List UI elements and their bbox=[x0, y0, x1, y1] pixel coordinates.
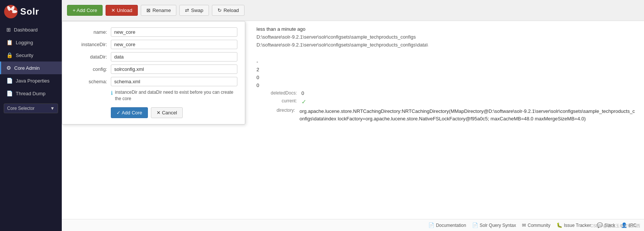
add-core-panel: name: instanceDir: dataDir: config: sche… bbox=[62, 21, 245, 124]
core-selector-area: Core Selector ▼ bbox=[0, 100, 62, 117]
form-row-schema: schema: bbox=[70, 77, 237, 86]
config-input[interactable] bbox=[111, 64, 237, 74]
csdn-watermark: CSDN @贾宝玉拳打锁关西 bbox=[590, 223, 640, 229]
thread-dump-icon: 📄 bbox=[6, 90, 13, 96]
issue-tracker-icon: 🐛 bbox=[556, 222, 562, 228]
info-icon: ℹ bbox=[111, 90, 113, 97]
documentation-icon: 📄 bbox=[428, 222, 434, 228]
schema-input[interactable] bbox=[111, 77, 237, 86]
cancel-button[interactable]: ✕ Cancel bbox=[151, 107, 183, 118]
name-input[interactable] bbox=[111, 27, 237, 37]
instance-dir-label: instanceDir: bbox=[70, 42, 111, 47]
logo-area: Solr bbox=[0, 0, 62, 23]
data-row-started: less than a minute ago bbox=[256, 26, 637, 32]
sidebar-item-logging[interactable]: 📋 Logging bbox=[0, 36, 62, 49]
current-value: ✓ bbox=[301, 98, 306, 105]
dash-value: - bbox=[256, 59, 258, 64]
sidebar-item-core-admin[interactable]: ⚙ Core Admin bbox=[0, 62, 62, 74]
data-row-dash: - bbox=[256, 59, 637, 64]
footer-query-syntax-label: Solr Query Syntax bbox=[480, 223, 516, 228]
rename-icon: ⊠ bbox=[146, 8, 151, 13]
sidebar-item-label-security: Security bbox=[16, 52, 33, 58]
data-row-0b: 0 bbox=[256, 82, 637, 88]
logging-icon: 📋 bbox=[6, 39, 13, 45]
value-2: 2 bbox=[256, 67, 259, 72]
java-props-icon: 📄 bbox=[6, 78, 13, 84]
query-syntax-icon: 📄 bbox=[472, 222, 478, 228]
footer-link-issue-tracker[interactable]: 🐛 Issue Tracker bbox=[556, 222, 591, 228]
footer-issue-tracker-label: Issue Tracker bbox=[564, 223, 591, 228]
instance-dir-value: D:\software\solr-9.2.1\server\solr\confi… bbox=[256, 34, 416, 40]
data-row-2: 2 bbox=[256, 67, 637, 72]
info-note: ℹ instanceDir and dataDir need to exist … bbox=[111, 89, 237, 102]
current-label: current: bbox=[256, 98, 301, 105]
info-note-text: instanceDir and dataDir need to exist be… bbox=[115, 89, 237, 102]
data-row-current: current: ✓ bbox=[256, 98, 637, 105]
solr-logo-icon bbox=[4, 4, 18, 19]
directory-label: directory: bbox=[256, 108, 300, 122]
name-label: name: bbox=[70, 29, 111, 35]
footer-link-community[interactable]: ✉ Community bbox=[522, 222, 550, 228]
form-row-instance-dir: instanceDir: bbox=[70, 40, 237, 49]
value-0b: 0 bbox=[256, 82, 259, 88]
toolbar: + Add Core ✕ Unload ⊠ Rename ⇄ Swap ↻ Re… bbox=[62, 0, 644, 21]
swap-button[interactable]: ⇄ Swap bbox=[179, 5, 209, 16]
form-row-config: config: bbox=[70, 64, 237, 74]
data-row-instance-dir: D:\software\solr-9.2.1\server\solr\confi… bbox=[256, 34, 637, 40]
sidebar-item-security[interactable]: 🔒 Security bbox=[0, 49, 62, 62]
unload-button[interactable]: ✕ Unload bbox=[106, 5, 138, 16]
reload-button[interactable]: ↻ Reload bbox=[212, 5, 244, 16]
core-selector-dropdown[interactable]: Core Selector ▼ bbox=[4, 104, 58, 113]
deleted-docs-value: 0 bbox=[301, 90, 304, 96]
started-value: less than a minute ago bbox=[256, 26, 306, 32]
footer-link-documentation[interactable]: 📄 Documentation bbox=[428, 222, 466, 228]
add-core-button[interactable]: + Add Core bbox=[67, 5, 103, 16]
sidebar-item-java-properties[interactable]: 📄 Java Properties bbox=[0, 74, 62, 87]
sidebar-item-label-core-admin: Core Admin bbox=[14, 65, 40, 71]
sidebar: Solr ⊞ Dashboard 📋 Logging 🔒 Security ⚙ … bbox=[0, 0, 62, 231]
value-0a: 0 bbox=[256, 75, 259, 80]
form-row-data-dir: dataDir: bbox=[70, 52, 237, 62]
community-icon: ✉ bbox=[522, 222, 526, 228]
footer-link-query-syntax[interactable]: 📄 Solr Query Syntax bbox=[472, 222, 516, 228]
data-dir-value: D:\software\solr-9.2.1\server\solr\confi… bbox=[256, 42, 428, 48]
reload-icon: ↻ bbox=[218, 8, 222, 13]
schema-label: schema: bbox=[70, 79, 111, 84]
instance-dir-input[interactable] bbox=[111, 40, 237, 49]
reload-label: Reload bbox=[224, 8, 239, 13]
svg-point-4 bbox=[9, 10, 12, 13]
security-icon: 🔒 bbox=[6, 52, 13, 58]
data-row-directory: directory: org.apache.lucene.store.NRTCa… bbox=[256, 108, 637, 122]
add-core-submit-button[interactable]: ✓ Add Core bbox=[111, 107, 148, 118]
footer: 📄 Documentation 📄 Solr Query Syntax ✉ Co… bbox=[62, 219, 644, 231]
footer-community-label: Community bbox=[528, 223, 550, 228]
rename-button[interactable]: ⊠ Rename bbox=[141, 5, 176, 16]
data-row-deleted-docs: deletedDocs: 0 bbox=[256, 90, 637, 96]
sidebar-item-dashboard[interactable]: ⊞ Dashboard bbox=[0, 23, 62, 36]
data-dir-label: dataDir: bbox=[70, 54, 111, 60]
core-data-content: less than a minute ago D:\software\solr-… bbox=[249, 21, 644, 130]
sidebar-item-label-dashboard: Dashboard bbox=[14, 27, 38, 33]
sidebar-item-thread-dump[interactable]: 📄 Thread Dump bbox=[0, 87, 62, 100]
form-actions: ✓ Add Core ✕ Cancel bbox=[111, 107, 237, 118]
data-row-data-dir: D:\software\solr-9.2.1\server\solr\confi… bbox=[256, 42, 637, 48]
main-area: + Add Core ✕ Unload ⊠ Rename ⇄ Swap ↻ Re… bbox=[62, 0, 644, 231]
form-row-name: name: bbox=[70, 27, 237, 37]
sidebar-item-label-java-properties: Java Properties bbox=[16, 78, 49, 84]
sidebar-item-label-thread-dump: Thread Dump bbox=[16, 91, 45, 96]
footer-documentation-label: Documentation bbox=[436, 223, 466, 228]
swap-label: Swap bbox=[191, 8, 203, 13]
chevron-down-icon: ▼ bbox=[50, 106, 55, 111]
logo-text: Solr bbox=[20, 6, 39, 17]
content-area: name: instanceDir: dataDir: config: sche… bbox=[62, 21, 644, 219]
swap-icon: ⇄ bbox=[185, 8, 189, 13]
data-dir-input[interactable] bbox=[111, 52, 237, 62]
config-label: config: bbox=[70, 66, 111, 72]
core-selector-label: Core Selector bbox=[7, 106, 34, 111]
sidebar-item-label-logging: Logging bbox=[16, 40, 33, 45]
core-admin-icon: ⚙ bbox=[6, 65, 11, 71]
sidebar-nav: ⊞ Dashboard 📋 Logging 🔒 Security ⚙ Core … bbox=[0, 23, 62, 100]
deleted-docs-label: deletedDocs: bbox=[256, 90, 301, 96]
rename-label: Rename bbox=[152, 8, 171, 13]
dashboard-icon: ⊞ bbox=[6, 27, 11, 33]
